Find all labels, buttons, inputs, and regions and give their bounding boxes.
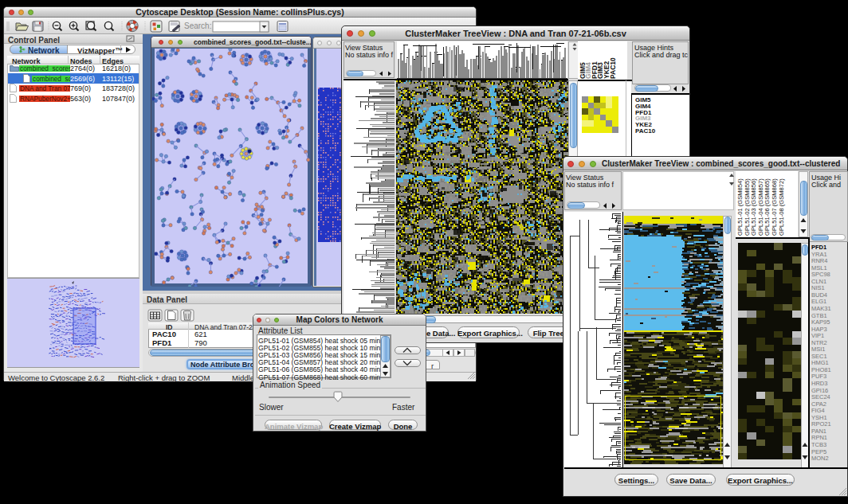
svg-text:Search:: Search:	[184, 21, 211, 30]
svg-text:PAC10: PAC10	[609, 57, 617, 79]
svg-text:GPL51-08 (GSM872): GPL51-08 (GSM872)	[778, 178, 785, 236]
